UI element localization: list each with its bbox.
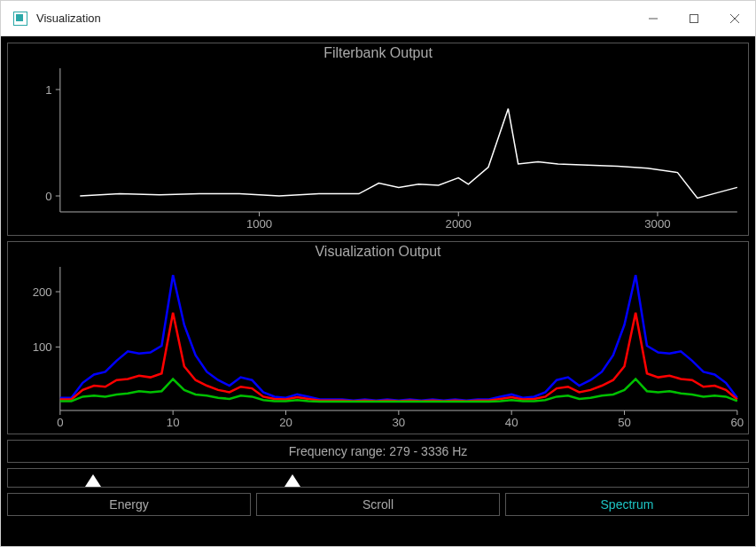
client-area: Filterbank Output 10002000300001 Visuali… [1, 36, 755, 546]
svg-text:2000: 2000 [446, 217, 472, 231]
filterbank-plot[interactable]: 10002000300001 [8, 63, 748, 233]
minimize-icon [649, 14, 658, 23]
mode-button-spectrum[interactable]: Spectrum [505, 493, 749, 516]
mode-button-energy[interactable]: Energy [7, 493, 251, 516]
maximize-button[interactable] [674, 1, 714, 36]
svg-text:60: 60 [730, 416, 744, 429]
filterbank-title: Filterbank Output [8, 43, 748, 63]
window-title: Visualization [36, 12, 633, 25]
visualization-plot[interactable]: 0102030405060100200 [8, 262, 748, 432]
titlebar: Visualization [1, 1, 755, 36]
filterbank-panel: Filterbank Output 10002000300001 [7, 43, 749, 236]
svg-text:100: 100 [33, 340, 52, 354]
minimize-button[interactable] [633, 1, 674, 36]
svg-text:10: 10 [167, 416, 180, 429]
frequency-range-label: Frequency range: 279 - 3336 Hz [7, 440, 749, 463]
svg-rect-1 [690, 14, 698, 22]
svg-text:30: 30 [393, 416, 406, 429]
svg-text:1000: 1000 [246, 217, 272, 231]
svg-text:3000: 3000 [644, 217, 670, 231]
visualization-panel: Visualization Output 0102030405060100200 [7, 241, 749, 434]
slider-handle-low[interactable] [85, 474, 101, 487]
close-icon [730, 14, 739, 23]
svg-text:40: 40 [505, 416, 518, 429]
frequency-range-slider[interactable] [7, 468, 749, 488]
mode-button-row: Energy Scroll Spectrum [7, 493, 749, 516]
svg-text:0: 0 [45, 190, 51, 203]
visualization-title: Visualization Output [8, 242, 748, 262]
svg-text:20: 20 [279, 416, 292, 429]
svg-text:1: 1 [45, 83, 51, 97]
app-icon [13, 12, 27, 26]
app-window: Visualization Filterbank Output 10002000… [0, 0, 756, 547]
svg-text:50: 50 [618, 416, 631, 429]
mode-button-scroll[interactable]: Scroll [256, 493, 500, 516]
close-button[interactable] [714, 1, 755, 36]
maximize-icon [690, 14, 698, 23]
slider-handle-high[interactable] [284, 474, 300, 487]
svg-text:200: 200 [33, 285, 52, 299]
svg-text:0: 0 [57, 416, 63, 429]
